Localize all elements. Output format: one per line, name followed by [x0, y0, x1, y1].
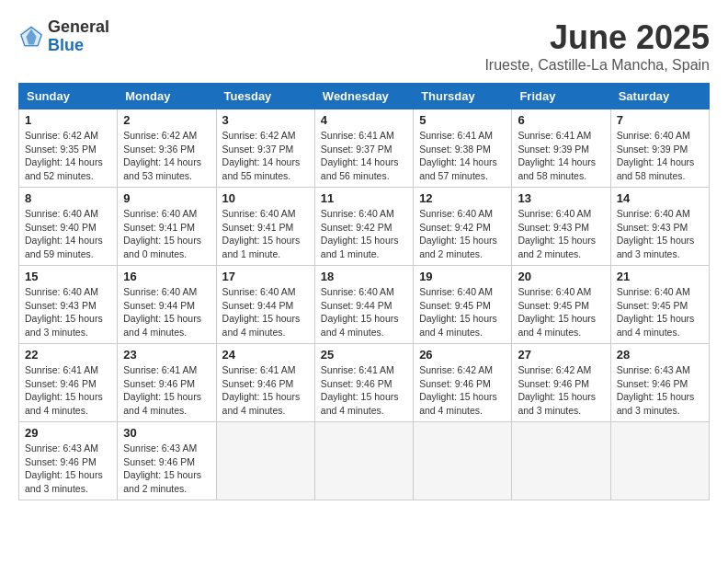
calendar-day-cell [414, 422, 512, 500]
calendar-day-cell: 11 Sunrise: 6:40 AMSunset: 9:42 PMDaylig… [314, 188, 413, 266]
calendar-day-cell: 3 Sunrise: 6:42 AMSunset: 9:37 PMDayligh… [216, 109, 314, 188]
day-info: Sunrise: 6:43 AMSunset: 9:46 PMDaylight:… [123, 442, 201, 494]
calendar-day-cell: 28 Sunrise: 6:43 AMSunset: 9:46 PMDaylig… [610, 344, 709, 422]
calendar-day-cell: 26 Sunrise: 6:42 AMSunset: 9:46 PMDaylig… [414, 344, 512, 422]
calendar-day-cell: 18 Sunrise: 6:40 AMSunset: 9:44 PMDaylig… [314, 266, 413, 344]
calendar-week-row: 1 Sunrise: 6:42 AMSunset: 9:35 PMDayligh… [19, 109, 710, 188]
weekday-header: Sunday [19, 84, 118, 109]
day-info: Sunrise: 6:42 AMSunset: 9:46 PMDaylight:… [518, 364, 596, 416]
calendar-day-cell: 13 Sunrise: 6:40 AMSunset: 9:43 PMDaylig… [512, 188, 610, 266]
header: General Blue June 2025 Irueste, Castille… [18, 18, 710, 74]
day-info: Sunrise: 6:40 AMSunset: 9:40 PMDaylight:… [25, 208, 103, 259]
calendar-day-cell: 5 Sunrise: 6:41 AMSunset: 9:38 PMDayligh… [414, 109, 512, 188]
calendar-day-cell: 10 Sunrise: 6:40 AMSunset: 9:41 PMDaylig… [216, 188, 314, 266]
calendar-day-cell: 6 Sunrise: 6:41 AMSunset: 9:39 PMDayligh… [512, 109, 610, 188]
logo-blue-text: Blue [48, 37, 109, 55]
day-info: Sunrise: 6:40 AMSunset: 9:39 PMDaylight:… [617, 130, 695, 181]
day-number: 27 [518, 348, 604, 362]
calendar-day-cell: 14 Sunrise: 6:40 AMSunset: 9:43 PMDaylig… [610, 188, 709, 266]
calendar-day-cell: 25 Sunrise: 6:41 AMSunset: 9:46 PMDaylig… [314, 344, 413, 422]
calendar-day-cell: 4 Sunrise: 6:41 AMSunset: 9:37 PMDayligh… [314, 109, 413, 188]
calendar-day-cell: 9 Sunrise: 6:40 AMSunset: 9:41 PMDayligh… [118, 188, 216, 266]
day-number: 1 [25, 113, 111, 127]
calendar-day-cell: 20 Sunrise: 6:40 AMSunset: 9:45 PMDaylig… [512, 266, 610, 344]
day-info: Sunrise: 6:41 AMSunset: 9:46 PMDaylight:… [123, 364, 201, 416]
day-info: Sunrise: 6:42 AMSunset: 9:35 PMDaylight:… [25, 130, 103, 181]
day-info: Sunrise: 6:41 AMSunset: 9:39 PMDaylight:… [518, 130, 596, 181]
day-info: Sunrise: 6:40 AMSunset: 9:43 PMDaylight:… [617, 208, 695, 259]
day-info: Sunrise: 6:40 AMSunset: 9:43 PMDaylight:… [518, 208, 596, 259]
day-number: 20 [518, 270, 604, 283]
day-number: 6 [518, 113, 604, 127]
day-info: Sunrise: 6:40 AMSunset: 9:41 PMDaylight:… [222, 208, 301, 259]
calendar-week-row: 22 Sunrise: 6:41 AMSunset: 9:46 PMDaylig… [19, 344, 710, 422]
calendar-week-row: 8 Sunrise: 6:40 AMSunset: 9:40 PMDayligh… [19, 188, 710, 266]
day-info: Sunrise: 6:40 AMSunset: 9:45 PMDaylight:… [617, 286, 695, 338]
day-info: Sunrise: 6:41 AMSunset: 9:46 PMDaylight:… [222, 364, 301, 416]
day-info: Sunrise: 6:42 AMSunset: 9:46 PMDaylight:… [419, 364, 497, 416]
day-info: Sunrise: 6:40 AMSunset: 9:42 PMDaylight:… [419, 208, 497, 259]
day-number: 29 [25, 426, 111, 440]
logo-general-text: General [48, 18, 109, 37]
calendar-day-cell [610, 422, 709, 500]
calendar-week-row: 29 Sunrise: 6:43 AMSunset: 9:46 PMDaylig… [19, 422, 710, 500]
calendar-day-cell: 24 Sunrise: 6:41 AMSunset: 9:46 PMDaylig… [216, 344, 314, 422]
day-number: 2 [123, 113, 210, 127]
calendar-day-cell: 17 Sunrise: 6:40 AMSunset: 9:44 PMDaylig… [216, 266, 314, 344]
logo-icon [18, 24, 44, 50]
day-info: Sunrise: 6:40 AMSunset: 9:45 PMDaylight:… [419, 286, 497, 338]
calendar: SundayMondayTuesdayWednesdayThursdayFrid… [18, 83, 710, 500]
day-info: Sunrise: 6:42 AMSunset: 9:36 PMDaylight:… [123, 130, 201, 181]
calendar-day-cell: 22 Sunrise: 6:41 AMSunset: 9:46 PMDaylig… [19, 344, 118, 422]
day-info: Sunrise: 6:43 AMSunset: 9:46 PMDaylight:… [25, 442, 103, 494]
calendar-day-cell: 12 Sunrise: 6:40 AMSunset: 9:42 PMDaylig… [414, 188, 512, 266]
day-info: Sunrise: 6:41 AMSunset: 9:46 PMDaylight:… [321, 364, 399, 416]
calendar-day-cell: 7 Sunrise: 6:40 AMSunset: 9:39 PMDayligh… [610, 109, 709, 188]
logo-text: General Blue [48, 18, 109, 55]
day-number: 24 [222, 348, 309, 362]
day-number: 12 [419, 191, 506, 205]
weekday-header-row: SundayMondayTuesdayWednesdayThursdayFrid… [19, 84, 710, 109]
day-info: Sunrise: 6:42 AMSunset: 9:37 PMDaylight:… [222, 130, 301, 181]
month-title: June 2025 [484, 18, 710, 57]
day-number: 4 [321, 113, 407, 127]
day-info: Sunrise: 6:41 AMSunset: 9:37 PMDaylight:… [321, 130, 399, 181]
calendar-day-cell [512, 422, 610, 500]
calendar-week-row: 15 Sunrise: 6:40 AMSunset: 9:43 PMDaylig… [19, 266, 710, 344]
day-number: 26 [419, 348, 506, 362]
weekday-header: Tuesday [216, 84, 314, 109]
weekday-header: Monday [118, 84, 216, 109]
weekday-header: Thursday [414, 84, 512, 109]
day-number: 16 [123, 270, 210, 283]
day-number: 10 [222, 191, 309, 205]
day-number: 18 [321, 270, 407, 283]
calendar-day-cell: 8 Sunrise: 6:40 AMSunset: 9:40 PMDayligh… [19, 188, 118, 266]
calendar-day-cell: 1 Sunrise: 6:42 AMSunset: 9:35 PMDayligh… [19, 109, 118, 188]
day-number: 22 [25, 348, 111, 362]
day-number: 19 [419, 270, 506, 283]
location-title: Irueste, Castille-La Mancha, Spain [484, 57, 710, 74]
day-info: Sunrise: 6:40 AMSunset: 9:42 PMDaylight:… [321, 208, 399, 259]
day-number: 23 [123, 348, 210, 362]
calendar-day-cell [216, 422, 314, 500]
weekday-header: Wednesday [314, 84, 413, 109]
calendar-day-cell: 29 Sunrise: 6:43 AMSunset: 9:46 PMDaylig… [19, 422, 118, 500]
day-number: 5 [419, 113, 506, 127]
day-number: 3 [222, 113, 309, 127]
calendar-day-cell: 27 Sunrise: 6:42 AMSunset: 9:46 PMDaylig… [512, 344, 610, 422]
calendar-day-cell [314, 422, 413, 500]
day-info: Sunrise: 6:40 AMSunset: 9:43 PMDaylight:… [25, 286, 103, 338]
title-area: June 2025 Irueste, Castille-La Mancha, S… [484, 18, 710, 74]
day-number: 14 [617, 191, 703, 205]
calendar-day-cell: 23 Sunrise: 6:41 AMSunset: 9:46 PMDaylig… [118, 344, 216, 422]
calendar-day-cell: 21 Sunrise: 6:40 AMSunset: 9:45 PMDaylig… [610, 266, 709, 344]
calendar-day-cell: 30 Sunrise: 6:43 AMSunset: 9:46 PMDaylig… [118, 422, 216, 500]
day-info: Sunrise: 6:40 AMSunset: 9:44 PMDaylight:… [123, 286, 201, 338]
calendar-day-cell: 2 Sunrise: 6:42 AMSunset: 9:36 PMDayligh… [118, 109, 216, 188]
day-number: 11 [321, 191, 407, 205]
day-info: Sunrise: 6:40 AMSunset: 9:45 PMDaylight:… [518, 286, 596, 338]
day-info: Sunrise: 6:40 AMSunset: 9:41 PMDaylight:… [123, 208, 201, 259]
day-number: 8 [25, 191, 111, 205]
day-info: Sunrise: 6:41 AMSunset: 9:46 PMDaylight:… [25, 364, 103, 416]
weekday-header: Saturday [610, 84, 709, 109]
